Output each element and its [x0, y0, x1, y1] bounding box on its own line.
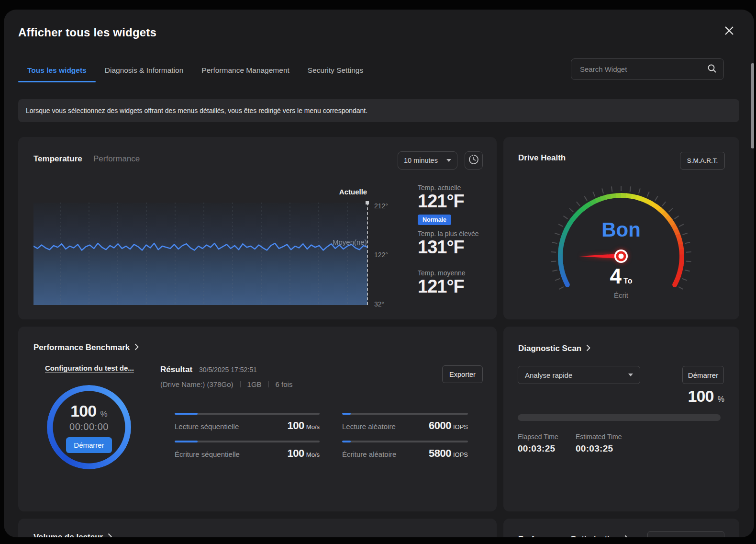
chevron-down-icon — [446, 159, 451, 162]
scrollbar-thumb[interactable] — [751, 63, 754, 148]
search-icon[interactable] — [707, 64, 717, 75]
highest-temp-value: 131°F — [418, 238, 494, 258]
metric-unit: Mo/s — [306, 451, 320, 458]
metric-label: Écriture séquentielle — [175, 450, 240, 458]
status-badge: Normale — [418, 215, 451, 225]
chevron-right-icon[interactable] — [624, 535, 629, 538]
ytick-32: 32° — [374, 300, 403, 308]
metric-unit: Mo/s — [306, 423, 320, 431]
search-widget-box — [571, 58, 724, 80]
estimated-time-label: Estimated Time — [576, 433, 622, 441]
metric-label: Écriture aléatoire — [342, 450, 396, 458]
current-marker-dot — [366, 201, 369, 204]
metric-rand-read: Lecture aléatoire 6000 IOPS — [342, 413, 468, 432]
scan-mode-select[interactable]: Analyse rapide — [518, 366, 640, 384]
screen: Afficher tous les widgets Tous les widge… — [0, 0, 756, 544]
progress-fill — [175, 441, 198, 442]
diagnostic-scan-widget[interactable]: Diagnostic Scan Analyse rapide Démarrer … — [503, 327, 739, 511]
diagnostic-start-button[interactable]: Démarrer — [682, 366, 724, 384]
metric-unit: IOPS — [453, 451, 468, 458]
current-temp-value: 121°F — [418, 192, 494, 212]
chevron-down-icon — [628, 374, 633, 376]
metric-unit: IOPS — [453, 423, 468, 431]
progress-fill — [175, 413, 198, 415]
health-status: Bon — [583, 218, 659, 241]
current-temp-label: Temp. actuelle — [418, 184, 494, 192]
benchmark-percent: 100 — [70, 402, 96, 420]
time-range-value: 10 minutes — [404, 157, 438, 164]
time-range-select[interactable]: 10 minutes — [398, 151, 457, 170]
metric-label: Lecture aléatoire — [342, 422, 396, 431]
progress-fill — [342, 441, 351, 442]
written-label: Écrit — [583, 291, 659, 299]
average-temp-value: 121°F — [418, 277, 494, 297]
chunk-size: 1GB — [247, 380, 262, 388]
result-datetime: 30/5/2025 17:52:51 — [199, 366, 257, 374]
history-clock-icon — [468, 154, 479, 167]
performance-tab[interactable]: Performance — [93, 154, 140, 164]
benchmark-config-link[interactable]: Configuration du test de... — [45, 364, 134, 372]
scan-mode-value: Analyse rapide — [525, 371, 572, 379]
smart-button[interactable]: S.M.A.R.T. — [680, 152, 725, 170]
written-unit: To — [623, 277, 632, 285]
benchmark-start-button[interactable]: Démarrer — [66, 437, 111, 453]
info-banner: Lorsque vous sélectionnez des widgets of… — [18, 99, 739, 122]
temperature-tab[interactable]: Temperature — [33, 154, 82, 164]
written-value: 4 — [610, 264, 622, 288]
chevron-right-icon[interactable] — [108, 533, 112, 538]
diagnostic-progress-bar — [518, 414, 721, 421]
tab-performance-management[interactable]: Performance Management — [192, 61, 299, 82]
result-drive-info: (Drive Name:) (378Go) 1GB 6 fois — [160, 380, 292, 388]
tab-bar: Tous les widgets Diagnosis & Information… — [18, 61, 372, 82]
search-input[interactable] — [579, 65, 707, 74]
tab-diagnosis-information[interactable]: Diagnosis & Information — [96, 61, 193, 82]
highest-temp-label: Temp. la plus élevée — [418, 230, 494, 238]
close-button[interactable] — [720, 22, 739, 41]
progress-track — [342, 441, 468, 442]
metric-value: 5800 — [429, 447, 451, 460]
performance-optimization-widget[interactable]: Performance Optimization Application du … — [503, 519, 739, 537]
drive-health-widget[interactable]: Drive Health S.M.A.R.T. Bon 4To Écrit — [503, 137, 739, 319]
divider — [268, 381, 269, 387]
tab-tous-les-widgets[interactable]: Tous les widgets — [18, 61, 96, 82]
widgets-dialog: Afficher tous les widgets Tous les widge… — [4, 10, 754, 537]
progress-track — [175, 413, 320, 415]
result-label: Résultat — [160, 365, 192, 374]
elapsed-time-label: Elapsed Time — [518, 433, 558, 441]
elapsed-time-value: 00:03:25 — [518, 443, 555, 454]
diagnostic-title: Diagnostic Scan — [518, 344, 581, 353]
drive-volume-widget[interactable]: Volume de lecteur — [18, 519, 497, 537]
tab-security-settings[interactable]: Security Settings — [299, 61, 372, 82]
gauge-needle-icon — [579, 249, 629, 263]
progress-track — [175, 441, 320, 442]
ytick-122: 122° — [374, 251, 403, 259]
chevron-right-icon[interactable] — [134, 343, 139, 352]
diagnostic-percent-sign: % — [718, 395, 724, 403]
metric-seq-write: Écriture séquentielle 100 Mo/s — [175, 441, 320, 460]
benchmark-percent-sign: % — [100, 409, 108, 419]
metric-label: Lecture séquentielle — [175, 422, 239, 431]
benchmark-timer: 00:00:00 — [69, 421, 109, 432]
benchmark-progress-content: 100 % 00:00:00 Démarrer — [47, 385, 131, 469]
divider — [240, 381, 241, 387]
mode-apply-button[interactable]: Application du mode — [647, 531, 724, 537]
history-button[interactable] — [465, 151, 483, 170]
progress-track — [342, 413, 468, 415]
performance-benchmark-widget[interactable]: Performance Benchmark Configuration du t… — [18, 327, 497, 511]
ytick-212: 212° — [374, 202, 403, 210]
loop-count: 6 fois — [276, 380, 293, 388]
temperature-widget[interactable]: Temperature Performance 10 minutes Moyen… — [18, 137, 497, 319]
metric-value: 100 — [288, 447, 304, 460]
chevron-right-icon[interactable] — [586, 344, 590, 353]
written-amount: 4To — [583, 264, 659, 288]
temperature-stats: Temp. actuelle 121°F Normale Temp. la pl… — [418, 184, 494, 296]
close-icon — [724, 26, 734, 37]
metric-value: 100 — [288, 419, 304, 432]
metric-value: 6000 — [429, 419, 451, 432]
drive-info: (Drive Name:) (378Go) — [160, 380, 233, 388]
estimated-time-value: 00:03:25 — [576, 443, 613, 454]
info-banner-text: Lorsque vous sélectionnez des widgets of… — [26, 107, 367, 114]
drive-health-title: Drive Health — [518, 153, 566, 163]
benchmark-title: Performance Benchmark — [33, 343, 130, 352]
export-button[interactable]: Exporter — [442, 365, 483, 383]
